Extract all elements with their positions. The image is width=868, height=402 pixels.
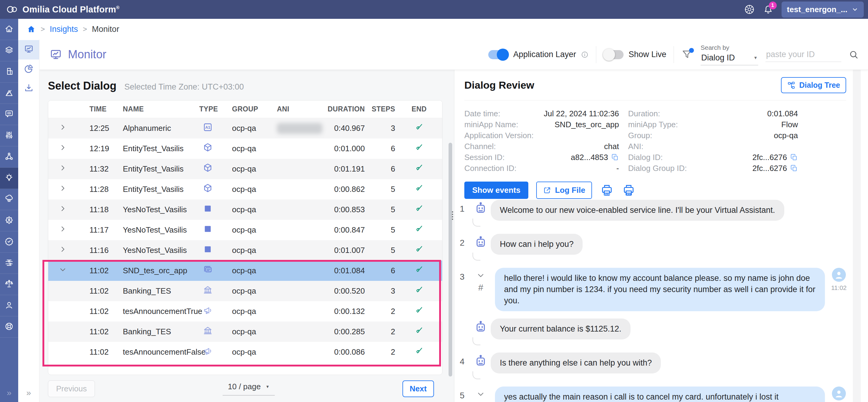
- expand-row-icon[interactable]: [59, 205, 66, 214]
- field-label: ANI:: [628, 142, 644, 151]
- show-live-toggle[interactable]: [603, 50, 624, 59]
- export-json-icon[interactable]: JSON: [600, 183, 614, 198]
- download-icon: [24, 83, 34, 94]
- copy-icon[interactable]: [611, 153, 619, 161]
- sidebar-item-applications[interactable]: [0, 61, 18, 83]
- sidebar-item-orchestrator[interactable]: [0, 146, 18, 168]
- dialog-row-SND_tes_orc_app[interactable]: 11:02SND_tes_orc_appocp-qa0:01.0846: [48, 260, 442, 281]
- dialog-row-EntityTest_Vasilis[interactable]: 11:28EntityTest_Vasilisocp-qa0:00.8625: [48, 179, 442, 199]
- collapse-message-icon[interactable]: [477, 390, 485, 398]
- collapse-message-icon[interactable]: [477, 271, 485, 279]
- dialog-row-tesAnnouncementFalse[interactable]: 11:02tesAnnouncementFalseocp-qa0:00.0862: [48, 342, 442, 362]
- export-rtf-icon[interactable]: RTF: [622, 183, 636, 198]
- copy-icon[interactable]: [790, 164, 798, 172]
- copy-icon[interactable]: [790, 153, 798, 161]
- field-value: 2fc...6276: [752, 164, 787, 173]
- dialog-row-EntityTest_Vasilis[interactable]: 12:19EntityTest_Vasilisocp-qa0:01.0006: [48, 139, 442, 159]
- field-value: chat: [604, 142, 619, 151]
- column-header-duration: DURATION: [316, 105, 365, 113]
- previous-page-button[interactable]: Previous: [48, 380, 95, 397]
- dialog-row-Alphanumeric[interactable]: 12:25AlphanumericA1ocp-qa0:40.9673: [48, 118, 442, 139]
- collapse-row-icon[interactable]: [59, 266, 66, 276]
- breadcrumb-insights-link[interactable]: Insights: [50, 25, 78, 34]
- review-scrollbar-track[interactable]: [853, 70, 861, 402]
- dialog-row-YesNoTest_Vasilis[interactable]: 11:18YesNoTest_Vasilisocp-qa0:00.8535: [48, 199, 442, 220]
- info-icon[interactable]: [581, 51, 589, 59]
- field-value: a82...4853: [571, 153, 608, 162]
- expand-row-icon[interactable]: [59, 123, 66, 133]
- sidebar-item-monitor[interactable]: [18, 40, 39, 59]
- cell-group: ocp-qa: [232, 144, 277, 153]
- search-icon[interactable]: [848, 50, 859, 60]
- divider: [674, 46, 674, 63]
- field-label: Dialog ID:: [628, 153, 663, 162]
- sidebar-item-home[interactable]: [0, 19, 18, 40]
- breadcrumb-current: Monitor: [92, 25, 119, 34]
- sidebar-item-exports[interactable]: [18, 79, 39, 98]
- sidebar-item-support[interactable]: [0, 316, 18, 338]
- page-size-select[interactable]: 10 / page ▼: [223, 382, 275, 396]
- dialog-row-Banking_TES[interactable]: 11:02Banking_TESocp-qa0:00.2852: [48, 321, 442, 342]
- dialog-tree-button[interactable]: Dialog Tree: [781, 77, 846, 93]
- cell-steps: 5: [365, 205, 395, 214]
- sidebar-item-controls[interactable]: [0, 125, 18, 146]
- field-value: -: [616, 164, 619, 173]
- expand-row-icon[interactable]: [59, 225, 66, 235]
- sidebar-item-profile[interactable]: [0, 295, 18, 316]
- show-events-button[interactable]: Show events: [464, 181, 528, 199]
- detail-field: Session ID:a82...4853: [464, 152, 619, 163]
- next-page-button[interactable]: Next: [402, 380, 434, 397]
- expand-row-icon[interactable]: [59, 184, 66, 194]
- bank-type-icon: [202, 325, 213, 338]
- sidebar-collapse-button[interactable]: »: [0, 384, 18, 402]
- user-menu-button[interactable]: test_energon_...: [781, 2, 864, 18]
- sidebar-item-miniapps[interactable]: [0, 40, 18, 61]
- cloud-stack-icon: [4, 194, 14, 205]
- cell-duration: 0:00.086: [316, 347, 365, 357]
- filter-icon[interactable]: [681, 48, 693, 61]
- cell-name: Banking_TES: [123, 286, 199, 296]
- detail-field: Channel:chat: [464, 141, 619, 152]
- breadcrumb-home-icon[interactable]: [27, 25, 36, 34]
- dialog-row-YesNoTest_Vasilis[interactable]: 11:16YesNoTest_Vasilisocp-qa0:01.0075: [48, 240, 442, 260]
- table-scrollbar-thumb[interactable]: [448, 143, 452, 376]
- show-live-label: Show Live: [628, 50, 666, 59]
- subsidebar-collapse-button[interactable]: »: [18, 384, 39, 402]
- search-by-select[interactable]: Dialog ID ▼: [701, 52, 758, 65]
- select-caret-icon: ▼: [266, 384, 270, 389]
- dialog-row-YesNoTest_Vasilis[interactable]: 11:17YesNoTest_Vasilisocp-qa0:00.8475: [48, 220, 442, 240]
- expand-row-icon[interactable]: [59, 246, 66, 255]
- sidebar-item-reports[interactable]: [18, 59, 39, 79]
- application-layer-toggle[interactable]: [488, 50, 508, 59]
- yesno-type-icon: [202, 203, 213, 216]
- notifications-bell-icon[interactable]: 1: [763, 4, 774, 15]
- dialog-row-tesAnnouncementTrue[interactable]: 11:02tesAnnouncementTrueocp-qa0:00.1322: [48, 301, 442, 321]
- field-label: miniApp Name:: [464, 120, 518, 130]
- sidebar-item-benchmarking[interactable]: [0, 83, 18, 104]
- divider: [464, 100, 846, 100]
- sidebar-item-quality[interactable]: [0, 231, 18, 253]
- alphanumeric-type-icon: A1: [202, 122, 213, 135]
- field-value: 0:01.084: [767, 109, 798, 118]
- pane-resize-handle[interactable]: [452, 211, 453, 220]
- search-by-value: Dialog ID: [701, 53, 735, 62]
- sidebar-item-insights[interactable]: [0, 168, 18, 189]
- dialog-row-EntityTest_Vasilis[interactable]: 11:32EntityTest_Vasilisocp-qa0:01.1916: [48, 159, 442, 179]
- log-file-button[interactable]: Log File: [536, 181, 592, 199]
- sidebar-item-cloud-services[interactable]: [0, 189, 18, 210]
- home-icon: [4, 24, 14, 35]
- dialog-row-Banking_TES[interactable]: 11:02Banking_TESocp-qa0:00.5203: [48, 281, 442, 301]
- circuit-icon: [4, 258, 14, 269]
- search-id-input[interactable]: [766, 47, 841, 62]
- settings-gear-icon[interactable]: [744, 4, 755, 15]
- sidebar-item-dialogs[interactable]: [0, 104, 18, 125]
- call-end-icon: [414, 184, 424, 195]
- user-message-bubble: hello there! i would like to know my acc…: [495, 268, 825, 311]
- sidebar-item-compliance[interactable]: [0, 274, 18, 295]
- sidebar-item-integrations[interactable]: [0, 253, 18, 274]
- expand-row-icon[interactable]: [59, 144, 66, 153]
- cell-name: YesNoTest_Vasilis: [123, 205, 199, 214]
- sidebar-item-admin-settings[interactable]: [0, 210, 18, 231]
- brand-home-link[interactable]: Omilia Cloud Platform®: [6, 4, 120, 15]
- expand-row-icon[interactable]: [59, 164, 66, 174]
